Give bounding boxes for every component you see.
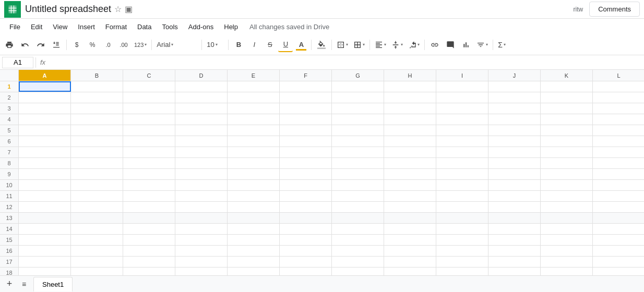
cell-I18[interactable] xyxy=(436,267,488,275)
cell-A15[interactable] xyxy=(19,235,71,245)
row-num-11[interactable]: 11 xyxy=(0,191,19,201)
cell-K5[interactable] xyxy=(541,125,593,136)
cell-D6[interactable] xyxy=(175,136,228,147)
cell-E2[interactable] xyxy=(228,92,280,103)
col-header-k[interactable]: K xyxy=(541,70,593,81)
redo-button[interactable] xyxy=(33,38,48,52)
spreadsheet-title[interactable]: Untitled spreadsheet xyxy=(25,4,111,15)
cell-D13[interactable] xyxy=(175,213,228,223)
cell-G8[interactable] xyxy=(332,158,384,168)
cell-H4[interactable] xyxy=(384,114,436,125)
cell-I11[interactable] xyxy=(436,191,488,201)
cell-D16[interactable] xyxy=(175,246,228,256)
cell-B17[interactable] xyxy=(71,257,123,267)
cell-F4[interactable] xyxy=(280,114,332,125)
cell-B11[interactable] xyxy=(71,191,123,201)
cell-H15[interactable] xyxy=(384,235,436,245)
cell-K10[interactable] xyxy=(541,180,593,190)
cell-B10[interactable] xyxy=(71,180,123,190)
cell-H5[interactable] xyxy=(384,125,436,136)
cell-J9[interactable] xyxy=(488,169,541,179)
sheet-tab-1[interactable]: Sheet1 xyxy=(33,277,73,291)
cell-D1[interactable] xyxy=(175,81,228,92)
underline-button[interactable]: U xyxy=(278,38,293,52)
cell-F6[interactable] xyxy=(280,136,332,147)
cell-ref-input[interactable] xyxy=(2,57,33,68)
menu-data[interactable]: Data xyxy=(132,21,157,33)
cell-J15[interactable] xyxy=(488,235,541,245)
print-button[interactable] xyxy=(2,38,17,52)
cell-C15[interactable] xyxy=(123,235,175,245)
cell-I3[interactable] xyxy=(436,103,488,114)
cell-H12[interactable] xyxy=(384,202,436,212)
cell-L3[interactable] xyxy=(593,103,644,114)
percent-button[interactable]: % xyxy=(85,38,100,52)
cell-C4[interactable] xyxy=(123,114,175,125)
cell-F13[interactable] xyxy=(280,213,332,223)
cell-L7[interactable] xyxy=(593,147,644,157)
row-num-13[interactable]: 13 xyxy=(0,213,19,223)
cell-E10[interactable] xyxy=(228,180,280,190)
cell-A18[interactable] xyxy=(19,267,71,275)
cell-E5[interactable] xyxy=(228,125,280,136)
cell-I10[interactable] xyxy=(436,180,488,190)
strikethrough-button[interactable]: S xyxy=(263,38,277,52)
cell-B8[interactable] xyxy=(71,158,123,168)
cell-J12[interactable] xyxy=(488,202,541,212)
cell-J18[interactable] xyxy=(488,267,541,275)
cell-E17[interactable] xyxy=(228,257,280,267)
cell-I5[interactable] xyxy=(436,125,488,136)
cell-A17[interactable] xyxy=(19,257,71,267)
italic-button[interactable]: I xyxy=(247,38,261,52)
text-color-button[interactable]: A xyxy=(294,38,308,52)
cell-D18[interactable] xyxy=(175,267,228,275)
cell-I17[interactable] xyxy=(436,257,488,267)
cell-C12[interactable] xyxy=(123,202,175,212)
cell-L11[interactable] xyxy=(593,191,644,201)
cell-E8[interactable] xyxy=(228,158,280,168)
bold-button[interactable]: B xyxy=(231,38,246,52)
cell-K15[interactable] xyxy=(541,235,593,245)
col-header-d[interactable]: D xyxy=(175,70,228,81)
cell-L8[interactable] xyxy=(593,158,644,168)
cell-E4[interactable] xyxy=(228,114,280,125)
cell-D8[interactable] xyxy=(175,158,228,168)
cell-D3[interactable] xyxy=(175,103,228,114)
cell-J7[interactable] xyxy=(488,147,541,157)
row-num-16[interactable]: 16 xyxy=(0,246,19,256)
sheet-menu-button[interactable]: ≡ xyxy=(17,277,31,291)
font-selector[interactable]: Arial ▾ xyxy=(154,38,199,52)
row-num-18[interactable]: 18 xyxy=(0,267,19,275)
cell-G9[interactable] xyxy=(332,169,384,179)
cell-E9[interactable] xyxy=(228,169,280,179)
cell-D10[interactable] xyxy=(175,180,228,190)
cell-D11[interactable] xyxy=(175,191,228,201)
cell-F2[interactable] xyxy=(280,92,332,103)
cell-J16[interactable] xyxy=(488,246,541,256)
cell-F5[interactable] xyxy=(280,125,332,136)
col-header-c[interactable]: C xyxy=(123,70,175,81)
cell-G3[interactable] xyxy=(332,103,384,114)
cell-J13[interactable] xyxy=(488,213,541,223)
cell-F17[interactable] xyxy=(280,257,332,267)
comment-button[interactable] xyxy=(443,38,458,52)
cell-B14[interactable] xyxy=(71,224,123,234)
cell-J3[interactable] xyxy=(488,103,541,114)
cell-H2[interactable] xyxy=(384,92,436,103)
cell-C11[interactable] xyxy=(123,191,175,201)
cell-C6[interactable] xyxy=(123,136,175,147)
cell-B3[interactable] xyxy=(71,103,123,114)
cell-K13[interactable] xyxy=(541,213,593,223)
cell-K18[interactable] xyxy=(541,267,593,275)
merge-cells-button[interactable]: ▾ xyxy=(351,38,367,52)
cell-L2[interactable] xyxy=(593,92,644,103)
cell-H16[interactable] xyxy=(384,246,436,256)
cell-C16[interactable] xyxy=(123,246,175,256)
cell-A10[interactable] xyxy=(19,180,71,190)
cell-H9[interactable] xyxy=(384,169,436,179)
cell-C3[interactable] xyxy=(123,103,175,114)
cell-B12[interactable] xyxy=(71,202,123,212)
cell-G15[interactable] xyxy=(332,235,384,245)
cell-F7[interactable] xyxy=(280,147,332,157)
cell-G5[interactable] xyxy=(332,125,384,136)
